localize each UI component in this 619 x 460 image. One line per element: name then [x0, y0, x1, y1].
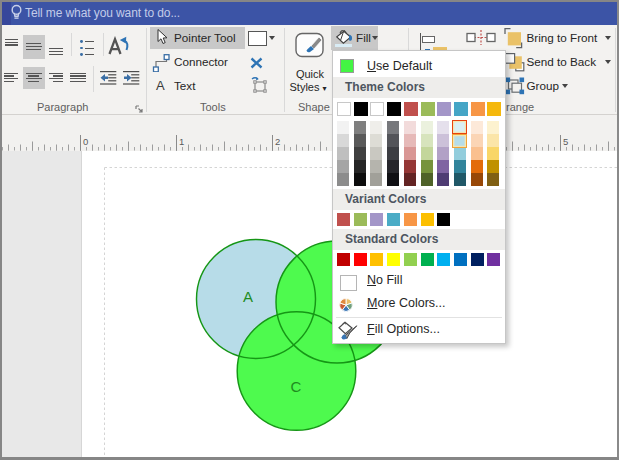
svg-text:A: A — [243, 288, 253, 305]
svg-text:C: C — [291, 378, 302, 395]
